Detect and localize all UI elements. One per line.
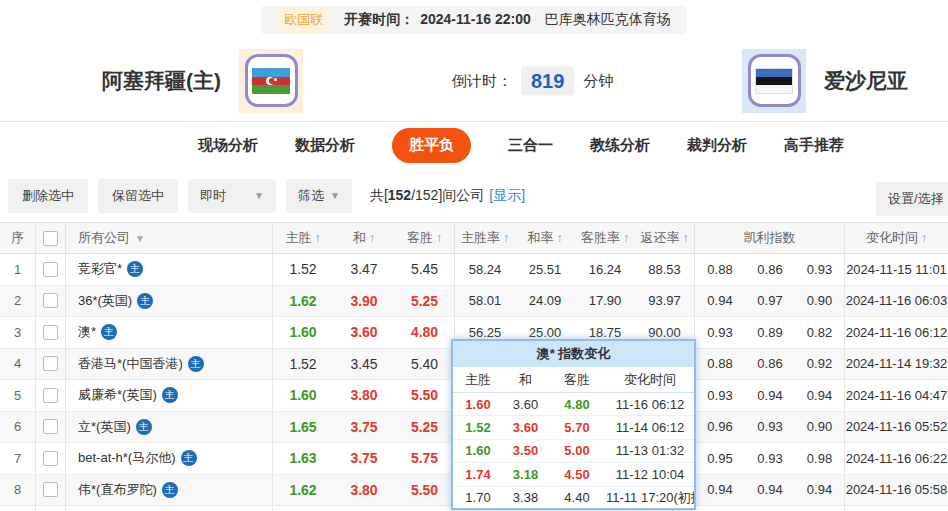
home-odds[interactable]: 1.60 <box>273 380 333 411</box>
delete-selected-button[interactable]: 删除选中 <box>8 179 88 213</box>
home-odds[interactable]: 1.62 <box>273 475 333 506</box>
row-checkbox[interactable] <box>43 262 58 277</box>
row-checkbox[interactable] <box>43 419 58 434</box>
keep-selected-button[interactable]: 保留选中 <box>98 179 178 213</box>
empty-cell <box>745 506 795 511</box>
company-name[interactable]: 36*(英国) <box>78 292 132 310</box>
home-odds[interactable]: 1.62 <box>273 286 333 317</box>
column-header-label: 所有公司 <box>78 229 130 247</box>
column-header-9[interactable]: 客胜率↑ <box>575 223 635 253</box>
nav-tab-6[interactable]: 裁判分析 <box>687 136 747 155</box>
row-checkbox[interactable] <box>43 482 58 497</box>
company-cell[interactable]: 36*(英国)主 <box>66 286 273 317</box>
popup-home-odds: 1.74 <box>453 467 503 482</box>
nav-tab-7[interactable]: 高手推荐 <box>784 136 844 155</box>
away-odds[interactable]: 5.40 <box>395 349 455 380</box>
draw-odds[interactable]: 3.45 <box>333 349 395 380</box>
row-checkbox[interactable] <box>43 356 58 371</box>
row-checkbox[interactable] <box>43 293 58 308</box>
kelly-index-2: 0.86 <box>745 254 795 285</box>
company-name[interactable]: 澳* <box>78 323 96 341</box>
row-checkbox[interactable] <box>43 451 58 466</box>
kelly-index-2: 0.94 <box>745 475 795 506</box>
away-rate: 17.90 <box>575 286 635 317</box>
away-odds[interactable]: 4.80 <box>395 317 455 348</box>
nav-tab-2[interactable]: 数据分析 <box>295 136 355 155</box>
home-odds[interactable]: 1.60 <box>273 317 333 348</box>
company-cell[interactable]: 立*(英国)主 <box>66 412 273 443</box>
company-name[interactable]: 香港马*(中国香港) <box>78 355 183 373</box>
away-odds[interactable]: 5.50 <box>395 380 455 411</box>
company-cell[interactable]: 竞彩官*主 <box>66 254 273 285</box>
away-odds[interactable]: 5.45 <box>395 254 455 285</box>
company-cell[interactable]: 香港马*(中国香港)主 <box>66 349 273 380</box>
column-header-5[interactable]: 和↑ <box>333 223 395 253</box>
draw-odds[interactable]: 3.47 <box>333 254 395 285</box>
draw-odds[interactable]: 3.80 <box>333 380 395 411</box>
home-odds[interactable]: 1.52 <box>273 349 333 380</box>
show-link[interactable]: [显示] <box>489 187 525 203</box>
column-header-8[interactable]: 和率↑ <box>515 223 575 253</box>
odds-type-dropdown[interactable]: 即时 ▼ <box>188 179 276 213</box>
column-header-12[interactable]: 变化时间↑ <box>845 223 948 253</box>
nav-tab-4[interactable]: 三合一 <box>508 136 553 155</box>
company-name[interactable]: 威廉希*(英国) <box>78 386 157 404</box>
company-cell[interactable]: bet-at-h*(马尔他)主 <box>66 443 273 474</box>
draw-odds[interactable]: 3.75 <box>333 443 395 474</box>
sort-up-icon[interactable]: ↑ <box>921 231 927 245</box>
column-header-7[interactable]: 主胜率↑ <box>455 223 515 253</box>
column-header-label: 返还率 <box>641 229 680 247</box>
row-index: 4 <box>0 349 36 380</box>
nav-tab-3[interactable]: 胜平负 <box>392 128 471 163</box>
home-odds[interactable]: 1.65 <box>273 412 333 443</box>
change-time: 2024-11-16 05:58 <box>845 475 948 506</box>
sort-up-icon[interactable]: ↑ <box>557 231 563 245</box>
settings-button[interactable]: 设置/选择 <box>876 182 948 216</box>
home-badge-icon: 主 <box>137 293 153 309</box>
column-header-6[interactable]: 客胜↑ <box>395 223 455 253</box>
change-time: 2024-11-15 11:01 <box>845 254 948 285</box>
draw-odds[interactable]: 3.80 <box>333 475 395 506</box>
empty-cell <box>66 506 273 511</box>
draw-odds[interactable]: 3.60 <box>333 317 395 348</box>
company-cell[interactable]: 伟*(直布罗陀)主 <box>66 475 273 506</box>
popup-title: 澳* 指数变化 <box>453 341 694 367</box>
sort-up-icon[interactable]: ↑ <box>315 231 321 245</box>
kelly-index-3: 0.90 <box>795 286 845 317</box>
home-odds[interactable]: 1.52 <box>273 254 333 285</box>
sort-up-icon[interactable]: ↑ <box>683 231 689 245</box>
popup-away-odds: 5.70 <box>548 420 606 435</box>
row-checkbox[interactable] <box>43 325 58 340</box>
company-name[interactable]: bet-at-h*(马尔他) <box>78 449 176 467</box>
column-header-4[interactable]: 主胜↑ <box>273 223 333 253</box>
draw-odds[interactable]: 3.90 <box>333 286 395 317</box>
home-rate: 58.01 <box>455 286 515 317</box>
away-odds[interactable]: 5.50 <box>395 475 455 506</box>
change-time: 2024-11-16 06:22 <box>845 443 948 474</box>
popup-column-2: 和 <box>503 371 548 389</box>
countdown-unit: 分钟 <box>583 71 613 90</box>
sort-up-icon[interactable]: ↑ <box>503 231 509 245</box>
home-badge-icon: 主 <box>188 356 204 372</box>
company-name[interactable]: 立*(英国) <box>78 418 131 436</box>
column-header-2[interactable] <box>36 223 66 253</box>
sort-up-icon[interactable]: ↑ <box>623 231 629 245</box>
sort-up-icon[interactable]: ↑ <box>436 231 442 245</box>
company-cell[interactable]: 澳*主 <box>66 317 273 348</box>
nav-tab-5[interactable]: 教练分析 <box>590 136 650 155</box>
sort-up-icon[interactable]: ↑ <box>369 231 375 245</box>
company-name[interactable]: 伟*(直布罗陀) <box>78 481 157 499</box>
column-header-3[interactable]: 所有公司▼ <box>66 223 273 253</box>
row-checkbox[interactable] <box>43 388 58 403</box>
column-header-10[interactable]: 返还率↑ <box>635 223 695 253</box>
filter-dropdown[interactable]: 筛选 ▼ <box>286 179 352 213</box>
draw-odds[interactable]: 3.75 <box>333 412 395 443</box>
away-odds[interactable]: 5.25 <box>395 412 455 443</box>
nav-tab-1[interactable]: 现场分析 <box>198 136 258 155</box>
company-cell[interactable]: 威廉希*(英国)主 <box>66 380 273 411</box>
away-odds[interactable]: 5.75 <box>395 443 455 474</box>
company-name[interactable]: 竞彩官* <box>78 260 122 278</box>
away-odds[interactable]: 5.25 <box>395 286 455 317</box>
select-all-checkbox[interactable] <box>43 231 58 246</box>
home-odds[interactable]: 1.63 <box>273 443 333 474</box>
